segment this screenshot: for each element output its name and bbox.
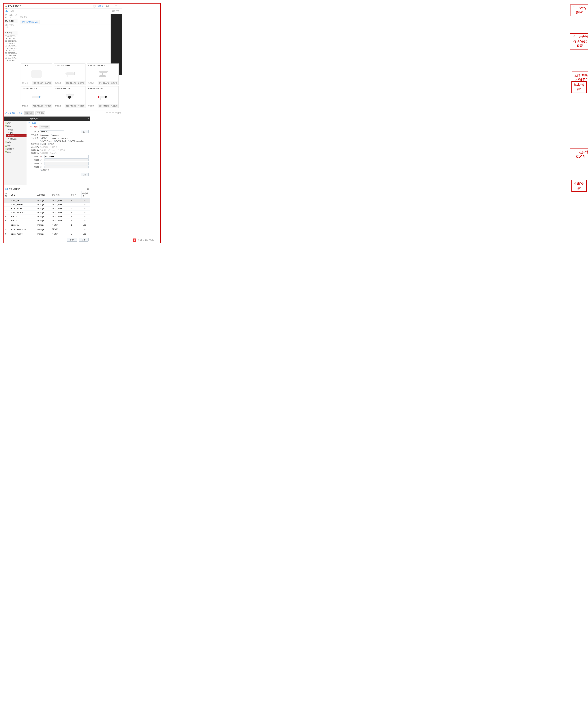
wifi-row[interactable]: 5HIK-OfficeManageWPA2_PSK1100 — [4, 215, 90, 219]
tree-system[interactable]: 系统 — [4, 121, 26, 125]
nav-world[interactable]: 界 — [12, 10, 17, 12]
layout-more-icon[interactable] — [118, 112, 121, 114]
local-op[interactable]: 本地操作 — [54, 104, 62, 108]
device-item[interactable]: CS-C5C-3B1WFR(6... — [5, 57, 17, 59]
menu-link[interactable]: 菜单 — [106, 5, 109, 7]
radio-adhoc[interactable]: Ad-Hoc — [51, 134, 59, 136]
net-config-button[interactable]: 网络参数配置 — [98, 81, 110, 85]
tree-storage[interactable]: 存储 — [4, 141, 26, 144]
col-signal[interactable]: 信号强度 — [82, 192, 90, 199]
tree-wifi[interactable]: Wi-Fi — [6, 134, 26, 137]
radio-wpaent[interactable]: WPA-Ente... — [40, 140, 52, 142]
radio-wpapsk[interactable]: WPA-PSK — [58, 137, 69, 139]
device-item[interactable]: CS-C1s-54WPFBR... — [5, 59, 17, 62]
subtab-wifi[interactable]: Wi-Fi配置 — [28, 125, 39, 129]
wifi-row[interactable]: 2ezviz_9845F6ManageWPA2_PSK6100 — [4, 203, 90, 207]
layout-9-icon[interactable] — [112, 112, 114, 114]
local-op[interactable]: 本地操作 — [87, 81, 95, 85]
close-icon[interactable]: ✕ — [87, 188, 89, 190]
device-item[interactable]: CS-C4S-52WEFR(6... — [5, 45, 17, 47]
adv-config-button[interactable]: 高级配置 — [44, 104, 52, 108]
add-device-link[interactable]: + 添加 — [17, 112, 22, 114]
col-channel[interactable]: 通道号 — [70, 192, 82, 199]
adv-config-button[interactable]: 高级配置 — [44, 81, 52, 85]
device-item[interactable]: CS-C5T-3B1ER(14... — [5, 52, 17, 54]
net-config-button[interactable]: 网络参数配置 — [98, 104, 110, 108]
net-config-button[interactable]: 网络参数配置 — [32, 81, 44, 85]
tree-image[interactable]: 图像 — [4, 151, 26, 154]
sidebar-search[interactable]: 搜索: 设备名 — [4, 13, 17, 19]
col-security[interactable]: 安全模式 — [50, 192, 70, 199]
close-icon[interactable]: × — [119, 5, 121, 8]
device-mgmt-link[interactable]: 设备管理 — [5, 112, 15, 114]
tree-nat[interactable]: NAT — [6, 131, 26, 134]
wifi-row[interactable]: 1ezviz_X3CManageWPA2_PSK12100 — [4, 199, 90, 203]
adv-config-button[interactable]: 高级配置 — [77, 81, 85, 85]
close-icon[interactable]: × — [88, 117, 89, 120]
contacts-icon[interactable] — [5, 10, 8, 12]
layout-16-icon[interactable] — [115, 112, 117, 114]
tab-live-video[interactable]: 实时视频 — [24, 111, 34, 115]
local-op[interactable]: 本地操作 — [87, 104, 95, 108]
device-item[interactable]: CS-C6T-32WFR(60... — [5, 49, 17, 52]
local-op[interactable]: 本地操作 — [21, 81, 29, 85]
wifi-cancel-button[interactable]: 取消 — [79, 238, 89, 242]
wifi-row[interactable]: 8EZVIZ Free Wi-FiManage不加密6100 — [4, 227, 90, 232]
col-mode[interactable]: 工作模式 — [36, 192, 51, 199]
tab-history[interactable]: 历史录像 — [35, 111, 45, 115]
local-op[interactable]: 本地操作 — [21, 104, 29, 108]
nav-mall[interactable]: 萤石商城 — [109, 10, 121, 12]
tree-frontend[interactable]: 前端参数 — [4, 147, 26, 151]
radio-key1[interactable] — [40, 155, 42, 157]
wifi-save-button[interactable]: 保存 — [67, 238, 77, 242]
col-index[interactable]: 索引 — [4, 192, 10, 199]
radio-manage[interactable]: Manage — [40, 134, 49, 136]
avatar-icon[interactable] — [93, 5, 96, 8]
net-config-button[interactable]: 网络参数配置 — [65, 81, 77, 85]
device-item[interactable]: CS-C3S-52WEFR(5... — [5, 40, 17, 42]
subtab-wlan[interactable]: Wlan设置 — [39, 125, 50, 129]
net-config-button[interactable]: 网络参数配置 — [65, 104, 77, 108]
radio-wpa2ent[interactable]: WPA2-enterprise — [68, 140, 84, 142]
device-item[interactable]: CS-X1-72FE(55T2) — [5, 35, 17, 37]
tree-network[interactable]: 网络 — [4, 125, 26, 128]
device-item[interactable]: CS-C3E-52WFR(60... — [5, 54, 17, 57]
wifi-row[interactable]: 6HIK-OfficeManageWPA2_PSK6100 — [4, 219, 90, 223]
radio-aes[interactable]: AES — [40, 143, 46, 145]
maximize-icon[interactable] — [115, 5, 117, 7]
radio-noenc[interactable]: 不加密 — [40, 137, 47, 139]
show-password-checkbox[interactable]: 显示密码 — [40, 169, 49, 171]
wifi-row[interactable]: 4ezviz_54C415A...ManageWPA2_PSK1100 — [4, 211, 90, 215]
net-config-button[interactable]: 网络参数配置 — [32, 104, 44, 108]
chat-icon[interactable] — [10, 10, 12, 12]
minimize-icon[interactable] — [111, 5, 113, 7]
adv-config-button[interactable]: 高级配置 — [110, 81, 118, 85]
ssid-input[interactable] — [40, 130, 64, 133]
tree-common[interactable]: 常用 — [6, 128, 26, 131]
key1-input[interactable] — [44, 155, 89, 158]
local-op[interactable]: 本地操作 — [54, 81, 62, 85]
save-button[interactable]: 保存 — [81, 173, 89, 176]
device-item[interactable]: CS-C2W-31WPFR(6... — [5, 47, 17, 49]
wifi-row[interactable]: 3EZVIZ Wi-FiManageWPA2_PSK6100 — [4, 207, 90, 211]
radio-wpa2psk[interactable]: WPA2_PSK — [54, 140, 66, 142]
device-item[interactable]: CS-C3W-1B2WFR(2... — [5, 37, 17, 40]
radio-tkip[interactable]: TKIP — [48, 143, 54, 145]
login-link[interactable]: 请登录 — [98, 5, 103, 7]
select-wifi-button[interactable]: 选择 — [81, 130, 89, 133]
section-local-devices[interactable]: 本地设备 — [4, 31, 17, 35]
wifi-row[interactable]: 9ezviz_71ef56Manage不加密6100 — [4, 232, 90, 236]
col-ssid[interactable]: SSID — [10, 192, 36, 199]
tree-advanced[interactable]: 高级设置 — [6, 137, 26, 141]
adv-config-button[interactable]: 高级配置 — [77, 104, 85, 108]
wifi-row[interactable]: 7ezviz_w5Manage不加密1100 — [4, 223, 90, 227]
section-my-cameras[interactable]: 我的摄像机 — [4, 19, 17, 23]
search-icon[interactable] — [15, 14, 17, 16]
layout-4-icon[interactable] — [109, 112, 111, 114]
radio-wep[interactable]: WEP — [50, 137, 56, 139]
tree-event[interactable]: 事件 — [4, 144, 26, 147]
device-item[interactable]: CS-C5Si-3C2WFR(... — [5, 42, 17, 45]
layout-1-icon[interactable] — [106, 112, 108, 114]
adv-config-button[interactable]: 高级配置 — [110, 104, 118, 108]
tab-found-local[interactable]: 搜索到的局域网设备 — [20, 20, 40, 24]
